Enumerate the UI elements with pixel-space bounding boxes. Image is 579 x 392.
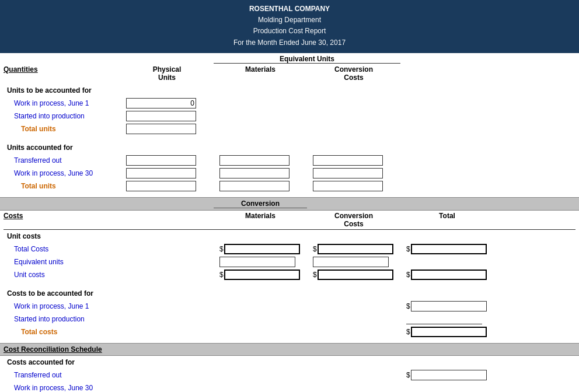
wip-june1-input[interactable] [126,98,196,108]
total-units2-mat-cell [214,181,307,191]
column-headers-row: Quantities PhysicalUnits Materials Conve… [4,64,575,83]
costs-accounted-header: Costs accounted for [4,358,120,366]
costs-mat-header: Materials [214,212,307,228]
transferred-out-mat-cell [214,155,307,166]
costs-empty-col [120,212,214,228]
equiv-units-area: Equivalent Units [4,53,575,64]
costs-main-label: Costs [4,212,120,228]
costs-started-input[interactable] [406,314,482,324]
equiv-units-row: Equivalent units [4,256,575,268]
units-accounted-header-row: Units accounted for [4,141,575,154]
rec-wip-june30-label: Work in process, June 30 [4,384,120,392]
report-header: ROSENTHAL COMPANY Molding Department Pro… [0,0,579,53]
units-accounted-label: Units accounted for [4,144,120,152]
started-row: Started into production [4,110,575,123]
costs-total-label: Total costs [4,328,120,336]
dollar-sign-uc-mat: $ [219,271,224,279]
materials-header: Materials [214,65,307,82]
equiv-units-mat-cell [214,257,307,267]
wip-june30-conv-input[interactable] [313,168,383,178]
costs-col-headers: Costs Materials ConversionCosts Total Un… [0,211,579,338]
started-input[interactable] [126,111,196,121]
wip-june30-mat-input[interactable] [219,168,290,178]
wip-june30-phys-input[interactable] [126,168,196,178]
transferred-out-mat-input[interactable] [219,155,290,166]
costs-started-label: Started into production [4,315,120,323]
unit-costs-mat-input[interactable] [224,270,300,280]
costs-conv-header: ConversionCosts [307,212,400,228]
total-units-row: Total units [4,123,575,135]
unit-costs-row: Unit costs $ $ $ [4,268,575,281]
total-costs-conv-cell: $ [307,244,400,254]
started-label: Started into production [4,112,120,120]
wip-june30-conv-cell [307,168,400,178]
transferred-out-phys-cell [120,155,214,166]
quantities-label: Quantities [4,65,120,82]
equiv-units-header: Equivalent Units [214,55,400,64]
report-type: Production Cost Report [0,26,579,37]
total-units2-conv-input[interactable] [313,181,383,191]
dollar-sign-tc-mat: $ [219,245,224,253]
started-input-cell [120,111,214,121]
costs-materials-header: Conversion [214,200,307,208]
rec-transferred-out-cell: $ [400,370,494,380]
total-costs-mat-input[interactable] [224,244,300,254]
transferred-out-conv-input[interactable] [313,155,383,166]
dollar-sign-uc-conv: $ [313,271,317,279]
unit-costs-total-cell: $ [400,270,494,280]
reconciliation-section: Costs accounted for Transferred out $ Wo… [0,356,579,392]
wip-june30-label: Work in process, June 30 [4,169,120,177]
costs-headers-row: Costs Materials ConversionCosts Total [4,211,575,230]
unit-costs-header-row: Unit costs [4,230,575,243]
unit-costs-total-input[interactable] [411,270,487,280]
units-to-be-header-row: Units to be accounted for [4,84,575,97]
equiv-units-conv-cell [307,257,400,267]
costs-wip-june1-label: Work in process, June 1 [4,302,120,310]
quantities-area: Equivalent Units Quantities PhysicalUnit… [0,53,579,192]
equiv-units-conv-input[interactable] [313,257,389,267]
costs-total-input[interactable] [411,327,487,337]
total-costs-row: Total Costs $ $ $ [4,243,575,256]
rec-transferred-out-input[interactable] [411,370,487,380]
transferred-out-row: Transferred out [4,154,575,167]
unit-costs-header: Unit costs [4,232,120,240]
units-to-be-section: Units to be accounted for Work in proces… [4,83,575,135]
costs-wip-june1-input[interactable] [411,301,487,312]
quantities-heading: Quantities [4,65,38,74]
transferred-out-conv-cell [307,155,400,166]
department-name: Molding Department [0,15,579,26]
total-costs-total-input[interactable] [411,244,487,254]
costs-section-label-spacer [4,200,120,208]
unit-costs-conv-input[interactable] [318,270,393,280]
rec-transferred-out-label: Transferred out [4,371,120,379]
costs-total-header: Total [400,212,494,228]
transferred-out-label: Transferred out [4,156,120,164]
reconciliation-header: Cost Reconciliation Schedule [0,343,579,356]
costs-started-total-cell [400,314,494,324]
rec-transferred-out-row: Transferred out $ [4,369,575,382]
total-units2-mat-input[interactable] [219,181,290,191]
unit-costs-conv-cell: $ [307,270,400,280]
costs-to-be-section: Costs to be accounted for Work in proces… [4,287,575,338]
transferred-out-phys-input[interactable] [126,155,196,166]
company-name: ROSENTHAL COMPANY [0,4,579,15]
units-accounted-section: Units accounted for Transferred out Work… [4,141,575,192]
costs-to-be-header: Costs to be accounted for [4,289,120,298]
costs-wip-june1-row: Work in process, June 1 $ [4,300,575,313]
dollar-sign-uc-total: $ [406,271,410,279]
total-units2-conv-cell [307,181,400,191]
equiv-units-mat-input[interactable] [219,257,295,267]
costs-heading: Costs [4,212,23,220]
costs-total-total-cell: $ [400,327,494,337]
costs-accounted-header-row: Costs accounted for [4,356,575,369]
total-units2-phys-input[interactable] [126,181,196,191]
total-costs-conv-input[interactable] [318,244,393,254]
reconciliation-label: Cost Reconciliation Schedule [4,345,102,354]
wip-june1-input-cell [120,98,214,108]
total-costs-mat-cell: $ [214,244,307,254]
costs-to-be-header-row: Costs to be accounted for [4,287,575,300]
wip-june1-label: Work in process, June 1 [4,99,120,107]
costs-total-row: Total costs $ [4,326,575,338]
total-units-input[interactable] [126,124,196,134]
total-units2-phys-cell [120,181,214,191]
